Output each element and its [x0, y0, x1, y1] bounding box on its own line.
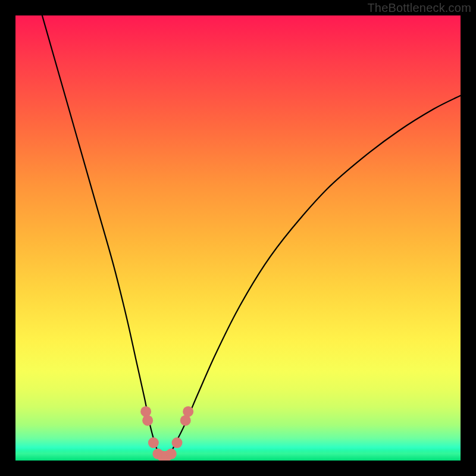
left-lower-dot — [148, 437, 159, 448]
plot-area — [15, 15, 461, 461]
chart-frame: TheBottleneck.com — [0, 0, 476, 476]
left-upper-dot — [140, 406, 151, 417]
curve-layer — [15, 15, 461, 461]
right-upper-dot2 — [183, 406, 193, 417]
right-lower-dot — [172, 437, 183, 448]
trough-dot-4 — [166, 449, 177, 459]
watermark-text: TheBottleneck.com — [367, 1, 471, 15]
left-upper-dot2 — [142, 415, 153, 426]
bottleneck-curve — [42, 15, 461, 456]
marker-group — [140, 406, 193, 461]
